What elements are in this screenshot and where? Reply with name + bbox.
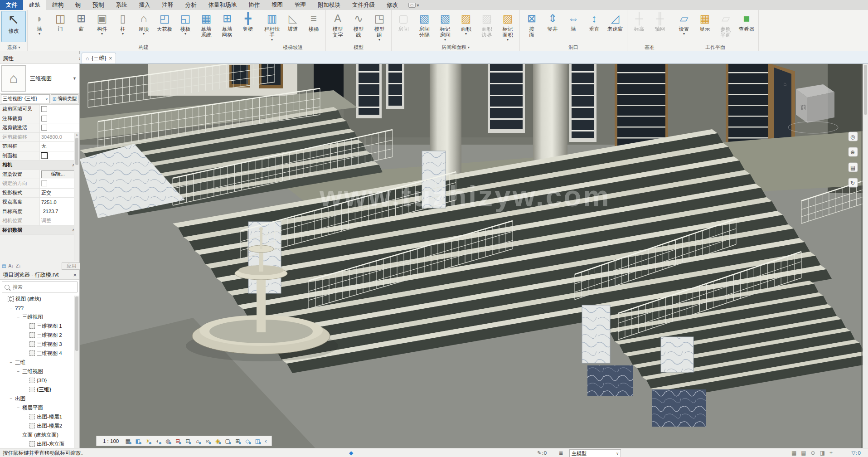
- properties-scrollbar[interactable]: ∧: [74, 133, 79, 261]
- property-value[interactable]: ∧: [12, 160, 79, 170]
- tree-item[interactable]: − 楼层平面: [0, 403, 79, 412]
- constraints-icon[interactable]: ⊞: [233, 438, 242, 444]
- expand-icon[interactable]: −: [2, 297, 6, 301]
- ribbon-display-toggle[interactable]: ▭ ▾: [408, 0, 419, 10]
- ribbon-button[interactable]: ▨ 标记 面积 ▾: [497, 11, 518, 42]
- ribbon-button[interactable]: ╫ 轴网 ▾: [650, 11, 670, 42]
- ribbon-panel-label[interactable]: 模型 ▾: [327, 44, 390, 51]
- crop-view-icon[interactable]: ⊟: [173, 438, 182, 444]
- property-value[interactable]: 正交 ∧: [40, 189, 79, 198]
- property-value[interactable]: 编辑... ∧: [40, 170, 79, 179]
- collapse-icon[interactable]: ‹: [263, 438, 268, 444]
- tree-item[interactable]: 出图-楼层1: [0, 412, 79, 421]
- checkbox[interactable]: [41, 106, 47, 112]
- checkbox[interactable]: [41, 180, 47, 186]
- checkbox[interactable]: [41, 116, 47, 122]
- expand-icon[interactable]: −: [9, 396, 13, 401]
- property-row[interactable]: 视点高度 7251.0 ∧: [0, 198, 79, 207]
- expand-icon[interactable]: −: [16, 369, 20, 374]
- property-row[interactable]: 标识数据 ∧: [0, 226, 79, 235]
- temp-view-properties-icon[interactable]: ▢: [223, 438, 232, 444]
- ribbon-button[interactable]: ▨ 面积 边界 ▾: [476, 11, 497, 42]
- ribbon-tab[interactable]: 系统: [110, 0, 133, 10]
- tree-item[interactable]: 出图-楼层2: [0, 421, 79, 430]
- ribbon-button[interactable]: ◫ 门 ▾: [50, 11, 71, 42]
- property-row[interactable]: 投影模式 正交 ∧: [0, 189, 79, 198]
- tree-item[interactable]: 三维视图 4: [0, 349, 79, 358]
- checkbox[interactable]: [41, 153, 47, 159]
- tree-item[interactable]: − 出图: [0, 394, 79, 403]
- expand-icon[interactable]: −: [16, 315, 20, 320]
- 3d-viewport[interactable]: 前⌂◎⊕▤↻ www.tuzhizyw.com 1 : 100 ▦◧☀◐◍⊟⊡⌂…: [80, 64, 868, 448]
- locked-3d-icon[interactable]: ⌂: [193, 438, 202, 444]
- property-value[interactable]: ∧: [40, 105, 79, 114]
- property-row[interactable]: 相机 ∧: [0, 160, 79, 170]
- ribbon-button[interactable]: ▨ 面积 ▾: [456, 11, 476, 42]
- ribbon-button[interactable]: ⌂ 屋顶 ▾: [133, 11, 154, 42]
- ribbon-tab[interactable]: 文件升级: [346, 0, 381, 10]
- instance-selector[interactable]: 三维视图: {三维} ∨: [1, 94, 50, 103]
- ribbon-button[interactable]: ◿ 老虎窗 ▾: [605, 11, 626, 42]
- ribbon-button[interactable]: ◺ 坡道 ▾: [282, 11, 303, 42]
- ribbon-button[interactable]: ╋ 竖梃 ▾: [238, 11, 258, 42]
- reveal-hidden-icon[interactable]: ◉: [213, 438, 222, 444]
- ribbon-tab[interactable]: 预制: [87, 0, 110, 10]
- property-row[interactable]: 远剪裁偏移 304800.0 ∧: [0, 133, 79, 142]
- browser-scrollbar[interactable]: [74, 296, 79, 448]
- search-box[interactable]: [2, 282, 78, 292]
- sort-desc-icon[interactable]: Z↓: [16, 263, 21, 268]
- tree-item[interactable]: − 视图 (建筑): [0, 294, 79, 303]
- ribbon-button[interactable]: ▢ 房间 ▾: [393, 11, 414, 42]
- ribbon-tab[interactable]: 体量和场地: [203, 0, 243, 10]
- detail-level-icon[interactable]: ▦: [123, 438, 132, 444]
- select-links-icon[interactable]: ▦: [791, 450, 796, 456]
- property-value[interactable]: 无 ∧: [40, 142, 79, 151]
- ribbon-tab[interactable]: 注释: [156, 0, 179, 10]
- property-row[interactable]: 范围框 无 ∧: [0, 142, 79, 151]
- select-face-icon[interactable]: ◨: [820, 450, 825, 456]
- ribbon-button[interactable]: ▧ 标记 房间 ▾: [435, 11, 456, 42]
- ribbon-tab[interactable]: 视图: [266, 0, 289, 10]
- edit-button[interactable]: 编辑...: [41, 170, 75, 178]
- tree-item[interactable]: 三维视图 1: [0, 321, 79, 331]
- tree-item[interactable]: − 三维视图: [0, 312, 79, 321]
- ribbon-panel-label[interactable]: 房间和面积 ▾: [393, 44, 518, 51]
- ribbon-button[interactable]: ↕ 垂直 ▾: [584, 11, 605, 42]
- tree-item[interactable]: − 三维视图: [0, 367, 79, 376]
- ribbon-button[interactable]: ▦ 幕墙 系统 ▾: [196, 11, 217, 42]
- property-value[interactable]: ∧: [40, 123, 79, 132]
- ribbon-button[interactable]: A 模型 文字 ▾: [327, 11, 348, 42]
- ribbon-button[interactable]: ▱ 参照 平面 ▾: [715, 11, 736, 42]
- ribbon-button[interactable]: ◗ 墙 ▾: [29, 11, 50, 42]
- worksharing-icon[interactable]: ◆: [349, 448, 353, 457]
- expand-icon[interactable]: −: [9, 306, 13, 311]
- ribbon-tab[interactable]: 分析: [179, 0, 203, 10]
- close-icon[interactable]: ×: [73, 272, 77, 278]
- worksharing-display-icon[interactable]: ◫: [253, 438, 262, 444]
- property-row[interactable]: 渲染设置 编辑... ∧: [0, 170, 79, 180]
- filter-icon[interactable]: ▽:0: [852, 448, 861, 457]
- view-tab[interactable]: ⌂ {三维} ×: [82, 53, 116, 63]
- property-value[interactable]: 304800.0 ∧: [40, 133, 79, 142]
- tree-item[interactable]: {3D}: [0, 376, 79, 385]
- temp-hide-isolate-icon[interactable]: ∞: [203, 438, 212, 444]
- ribbon-button[interactable]: ◰ 天花板 ▾: [154, 11, 175, 42]
- ribbon-button[interactable]: ▣ 构件 ▾: [92, 11, 112, 42]
- ribbon-button[interactable]: ⇕ 竖井 ▾: [542, 11, 563, 42]
- property-value[interactable]: ∧: [40, 179, 79, 188]
- ribbon-button[interactable]: ◱ 楼板 ▾: [175, 11, 196, 42]
- ribbon-tab[interactable]: 文件: [0, 0, 23, 10]
- property-value[interactable]: -2123.7 ∧: [40, 207, 79, 216]
- search-input[interactable]: [12, 284, 68, 290]
- shadows-icon[interactable]: ◐: [153, 438, 162, 444]
- property-value[interactable]: ∧: [40, 114, 79, 123]
- tree-item[interactable]: 三维视图 2: [0, 331, 79, 340]
- tree-item[interactable]: − ???: [0, 303, 79, 312]
- ribbon-panel-label[interactable]: 构建 ▾: [29, 44, 258, 51]
- ribbon-button[interactable]: ∿ 模型 线 ▾: [348, 11, 369, 42]
- close-icon[interactable]: ×: [109, 55, 112, 62]
- render-icon[interactable]: ◍: [163, 438, 172, 444]
- scale-control[interactable]: 1 : 100: [99, 438, 122, 444]
- ribbon-button[interactable]: ▱ 设置 ▾: [674, 11, 694, 42]
- design-option-select[interactable]: 主模型 ∨: [569, 449, 621, 457]
